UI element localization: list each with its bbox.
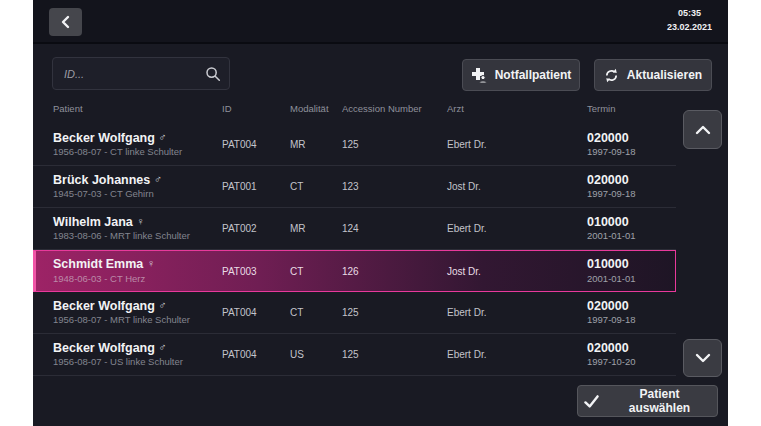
page: 05:35 23.02.2021 Notfallpatient: [0, 0, 761, 426]
table-row[interactable]: Becker Wolfgang ♂ 1956-08-07 - MRT linke…: [33, 292, 676, 334]
termin-cell: 020000 1997-09-18: [587, 173, 676, 201]
patient-cell: Wilhelm Jana ♀ 1983-08-06 - MRT linke Sc…: [53, 215, 222, 243]
termin-date: 1997-09-18: [587, 188, 676, 200]
termin-date: 2001-01-01: [587, 230, 676, 242]
chevron-left-icon: [60, 15, 72, 29]
table-row[interactable]: Wilhelm Jana ♀ 1983-08-06 - MRT linke Sc…: [33, 208, 676, 250]
modality-cell: CT: [290, 307, 342, 318]
table-row[interactable]: Becker Wolfgang ♂ 1956-08-07 - CT linke …: [33, 124, 676, 166]
patient-name: Brück Johannes ♂: [53, 173, 222, 189]
patient-id-cell: PAT001: [222, 181, 290, 192]
chevron-up-icon: [695, 125, 711, 135]
patient-cell: Becker Wolfgang ♂ 1956-08-07 - MRT linke…: [53, 299, 222, 327]
col-header-accession: Accession Number: [342, 103, 447, 114]
patient-details: 1945-07-03 - CT Gehirn: [53, 188, 222, 200]
modality-cell: MR: [290, 223, 342, 234]
patient-cell: Becker Wolfgang ♂ 1956-08-07 - CT linke …: [53, 131, 222, 159]
patient-worklist-app: 05:35 23.02.2021 Notfallpatient: [33, 0, 728, 426]
scroll-up-button[interactable]: [683, 110, 722, 149]
termin-date: 1997-09-18: [587, 314, 676, 326]
patient-table-body: Becker Wolfgang ♂ 1956-08-07 - CT linke …: [33, 124, 676, 376]
gender-icon: ♀: [136, 215, 144, 227]
termin-time: 020000: [587, 131, 676, 147]
emergency-patient-button[interactable]: Notfallpatient: [462, 59, 580, 91]
patient-details: 1956-08-07 - CT linke Schulter: [53, 146, 222, 158]
scroll-down-button[interactable]: [683, 339, 722, 377]
modality-cell: MR: [290, 139, 342, 150]
arzt-cell: Jost Dr.: [447, 266, 587, 277]
refresh-button[interactable]: Aktualisieren: [594, 59, 712, 91]
patient-details: 1956-08-07 - US linke Schulter: [53, 356, 222, 368]
select-patient-button[interactable]: Patient auswählen: [577, 385, 718, 417]
back-button[interactable]: [49, 8, 82, 36]
modality-cell: CT: [290, 266, 342, 277]
arzt-cell: Ebert Dr.: [447, 307, 587, 318]
patient-name: Schmidt Emma ♀: [53, 257, 222, 273]
clock-time: 05:35: [667, 7, 712, 21]
termin-cell: 020000 1997-09-18: [587, 299, 676, 327]
termin-time: 020000: [587, 299, 676, 315]
termin-time: 010000: [587, 257, 675, 273]
termin-time: 020000: [587, 173, 676, 189]
accession-number-cell: 125: [342, 139, 447, 150]
patient-id-cell: PAT004: [222, 349, 290, 360]
termin-date: 2001-01-01: [587, 273, 675, 285]
patient-name: Becker Wolfgang ♂: [53, 131, 222, 147]
patient-id-cell: PAT004: [222, 139, 290, 150]
gender-icon: ♂: [158, 299, 166, 311]
patient-cell: Becker Wolfgang ♂ 1956-08-07 - US linke …: [53, 341, 222, 369]
termin-date: 1997-09-18: [587, 146, 676, 158]
gender-icon: ♂: [158, 341, 166, 353]
arzt-cell: Ebert Dr.: [447, 349, 587, 360]
clock-date: 23.02.2021: [667, 21, 712, 35]
termin-date: 1997-10-20: [587, 356, 676, 368]
modality-cell: CT: [290, 181, 342, 192]
topbar: 05:35 23.02.2021: [33, 0, 728, 44]
termin-cell: 020000 1997-10-20: [587, 341, 676, 369]
refresh-icon: [604, 68, 619, 83]
table-row[interactable]: Becker Wolfgang ♂ 1956-08-07 - US linke …: [33, 334, 676, 376]
arzt-cell: Jost Dr.: [447, 181, 587, 192]
accession-number-cell: 123: [342, 181, 447, 192]
termin-cell: 010000 2001-01-01: [587, 257, 675, 285]
table-header: Patient ID Modalität Accession Number Ar…: [33, 103, 676, 114]
arzt-cell: Ebert Dr.: [447, 139, 587, 150]
termin-time: 020000: [587, 341, 676, 357]
search-icon: [205, 66, 221, 86]
emergency-patient-icon: [471, 67, 487, 83]
patient-cell: Brück Johannes ♂ 1945-07-03 - CT Gehirn: [53, 173, 222, 201]
termin-cell: 020000 1997-09-18: [587, 131, 676, 159]
patient-name: Becker Wolfgang ♂: [53, 341, 222, 357]
patient-id-cell: PAT002: [222, 223, 290, 234]
patient-details: 1983-08-06 - MRT linke Schulter: [53, 230, 222, 242]
col-header-modality: Modalität: [290, 103, 342, 114]
accession-number-cell: 124: [342, 223, 447, 234]
gender-icon: ♂: [154, 173, 162, 185]
clock: 05:35 23.02.2021: [667, 7, 712, 34]
select-patient-label: Patient auswählen: [608, 387, 711, 415]
accession-number-cell: 125: [342, 349, 447, 360]
patient-name: Wilhelm Jana ♀: [53, 215, 222, 231]
patient-id-cell: PAT004: [222, 307, 290, 318]
patient-id-cell: PAT003: [222, 266, 290, 277]
search-box: [52, 57, 230, 90]
search-input[interactable]: [53, 58, 229, 89]
checkmark-icon: [584, 395, 599, 408]
accession-number-cell: 125: [342, 307, 447, 318]
col-header-patient: Patient: [53, 103, 222, 114]
emergency-patient-label: Notfallpatient: [495, 68, 572, 82]
table-row[interactable]: Schmidt Emma ♀ 1948-06-03 - CT Herz PAT0…: [33, 250, 676, 292]
patient-name: Becker Wolfgang ♂: [53, 299, 222, 315]
chevron-down-icon: [695, 353, 711, 363]
patient-cell: Schmidt Emma ♀ 1948-06-03 - CT Herz: [53, 257, 222, 285]
modality-cell: US: [290, 349, 342, 360]
col-header-id: ID: [222, 103, 290, 114]
table-row[interactable]: Brück Johannes ♂ 1945-07-03 - CT Gehirn …: [33, 166, 676, 208]
gender-icon: ♀: [147, 257, 155, 269]
gender-icon: ♂: [158, 131, 166, 143]
patient-details: 1948-06-03 - CT Herz: [53, 273, 222, 285]
col-header-arzt: Arzt: [447, 103, 587, 114]
refresh-label: Aktualisieren: [627, 68, 702, 82]
col-header-termin: Termin: [587, 103, 676, 114]
accession-number-cell: 126: [342, 266, 447, 277]
